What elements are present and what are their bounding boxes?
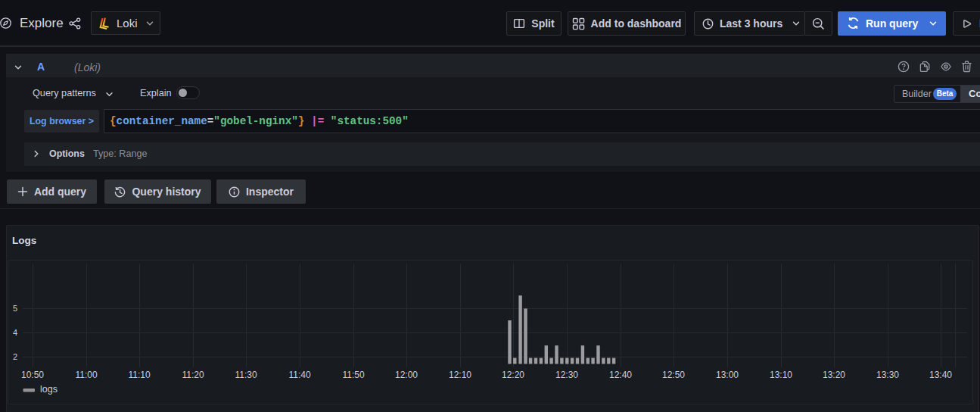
svg-text:logs: logs — [40, 384, 58, 395]
svg-text:12:10: 12:10 — [449, 370, 471, 380]
svg-text:13:20: 13:20 — [823, 370, 845, 380]
svg-text:13:40: 13:40 — [929, 370, 952, 380]
svg-text:11:30: 11:30 — [235, 370, 257, 380]
svg-text:5: 5 — [13, 304, 17, 313]
svg-text:10:50: 10:50 — [21, 370, 44, 380]
svg-text:13:00: 13:00 — [716, 370, 739, 380]
svg-text:12:50: 12:50 — [662, 370, 685, 380]
svg-text:13:10: 13:10 — [770, 370, 792, 380]
svg-text:12:20: 12:20 — [502, 370, 524, 380]
svg-text:13:30: 13:30 — [876, 370, 899, 380]
svg-text:12:00: 12:00 — [395, 370, 418, 380]
svg-text:11:10: 11:10 — [128, 370, 150, 380]
svg-text:11:00: 11:00 — [75, 370, 97, 380]
svg-text:11:50: 11:50 — [342, 370, 364, 380]
svg-text:4: 4 — [13, 328, 17, 337]
svg-text:11:40: 11:40 — [288, 370, 310, 380]
svg-text:2: 2 — [13, 352, 17, 361]
svg-text:12:40: 12:40 — [609, 370, 632, 380]
svg-text:11:20: 11:20 — [182, 370, 204, 380]
svg-text:12:30: 12:30 — [555, 370, 578, 380]
